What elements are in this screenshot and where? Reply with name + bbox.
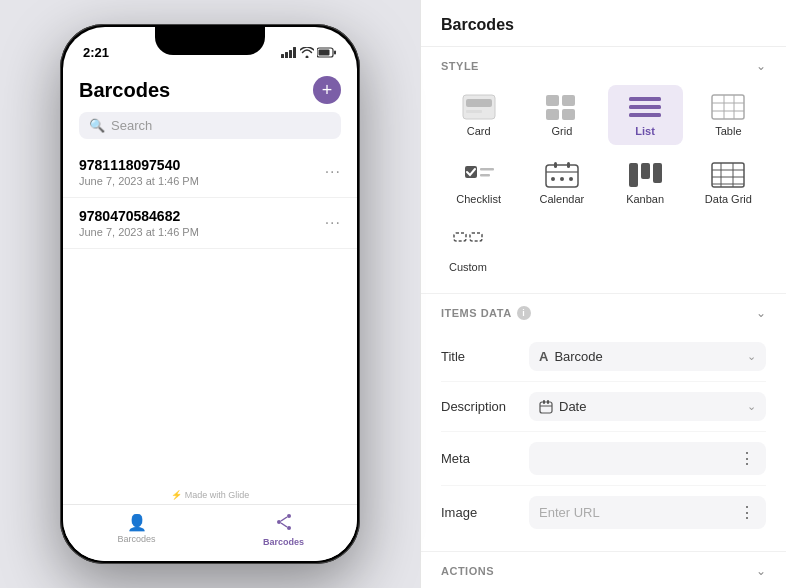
svg-rect-38 bbox=[641, 163, 650, 179]
actions-section: ACTIONS ⌄ bbox=[421, 552, 786, 588]
style-checklist[interactable]: Checklist bbox=[441, 153, 516, 213]
phone-inner: 2:21 bbox=[63, 27, 357, 561]
svg-rect-37 bbox=[629, 163, 638, 187]
style-kanban[interactable]: Kanban bbox=[608, 153, 683, 213]
calendar-icon bbox=[544, 161, 580, 189]
list-item[interactable]: 9781118097540 June 7, 2023 at 1:46 PM ··… bbox=[63, 147, 357, 198]
svg-rect-48 bbox=[540, 402, 552, 413]
add-button[interactable]: + bbox=[313, 76, 341, 104]
svg-line-11 bbox=[281, 523, 287, 527]
svg-rect-46 bbox=[454, 233, 466, 241]
svg-rect-47 bbox=[470, 233, 482, 241]
style-datagrid[interactable]: Data Grid bbox=[691, 153, 766, 213]
app-title: Barcodes bbox=[79, 79, 170, 102]
grid-icon bbox=[544, 93, 580, 121]
item-more-icon-1[interactable]: ··· bbox=[325, 163, 341, 181]
meta-value[interactable]: ⋮ bbox=[529, 442, 766, 475]
meta-dots-icon[interactable]: ⋮ bbox=[739, 449, 756, 468]
description-value-text: Date bbox=[559, 399, 586, 414]
made-with-glide: ⚡ Made with Glide bbox=[63, 486, 357, 504]
title-data-row: Title A Barcode ⌄ bbox=[441, 332, 766, 382]
svg-rect-22 bbox=[712, 95, 744, 119]
list-items: 9781118097540 June 7, 2023 at 1:46 PM ··… bbox=[63, 147, 357, 486]
title-value-text: Barcode bbox=[554, 349, 602, 364]
list-label: List bbox=[635, 125, 655, 137]
actions-chevron-icon[interactable]: ⌄ bbox=[756, 564, 766, 578]
phone-header: Barcodes + bbox=[63, 64, 357, 112]
tab-share-icon bbox=[275, 513, 293, 535]
style-list[interactable]: List bbox=[608, 85, 683, 145]
title-label: Title bbox=[441, 349, 521, 364]
tab-person-icon: 👤 bbox=[127, 513, 147, 532]
settings-panel: Barcodes STYLE ⌄ Card bbox=[420, 0, 786, 588]
svg-rect-28 bbox=[480, 168, 494, 171]
style-chevron-icon[interactable]: ⌄ bbox=[756, 59, 766, 73]
wifi-icon bbox=[300, 47, 314, 58]
svg-rect-50 bbox=[543, 400, 545, 404]
panel-header: Barcodes bbox=[421, 0, 786, 47]
list-icon bbox=[627, 93, 663, 121]
search-bar[interactable]: 🔍 Search bbox=[79, 112, 341, 139]
description-value-content: Date bbox=[539, 399, 586, 414]
meta-data-row: Meta ⋮ bbox=[441, 432, 766, 486]
items-data-section: ITEMS DATA i ⌄ Title A Barcode ⌄ Descrip… bbox=[421, 294, 786, 552]
panel-title: Barcodes bbox=[441, 16, 514, 33]
items-data-title-row: ITEMS DATA i bbox=[441, 306, 531, 320]
table-label: Table bbox=[715, 125, 741, 137]
title-value[interactable]: A Barcode ⌄ bbox=[529, 342, 766, 371]
phone-footer-tabs: 👤 Barcodes B bbox=[63, 504, 357, 561]
style-card[interactable]: Card bbox=[441, 85, 516, 145]
svg-rect-13 bbox=[466, 99, 492, 107]
tab-barcodes-1[interactable]: 👤 Barcodes bbox=[63, 513, 210, 547]
glide-logo-icon: ⚡ bbox=[171, 490, 182, 500]
card-icon bbox=[461, 93, 497, 121]
svg-rect-29 bbox=[480, 174, 490, 177]
image-value[interactable]: Enter URL ⋮ bbox=[529, 496, 766, 529]
svg-point-36 bbox=[569, 177, 573, 181]
svg-rect-30 bbox=[546, 165, 578, 187]
barcode-title-2: 9780470584682 bbox=[79, 208, 199, 224]
description-label: Description bbox=[441, 399, 521, 414]
list-item-content: 9780470584682 June 7, 2023 at 1:46 PM bbox=[79, 208, 199, 238]
svg-rect-20 bbox=[629, 105, 661, 109]
svg-point-8 bbox=[277, 520, 281, 524]
custom-icon bbox=[450, 229, 486, 257]
svg-rect-0 bbox=[281, 54, 284, 58]
grid-label: Grid bbox=[551, 125, 572, 137]
phone-time: 2:21 bbox=[83, 45, 109, 60]
style-custom[interactable]: Custom bbox=[445, 221, 491, 281]
svg-rect-51 bbox=[547, 400, 549, 404]
style-section: STYLE ⌄ Card bbox=[421, 47, 786, 294]
svg-line-10 bbox=[281, 517, 287, 521]
svg-point-9 bbox=[287, 526, 291, 530]
style-section-label: STYLE bbox=[441, 60, 479, 72]
item-more-icon-2[interactable]: ··· bbox=[325, 214, 341, 232]
style-calendar[interactable]: Calendar bbox=[524, 153, 599, 213]
items-data-info-icon[interactable]: i bbox=[517, 306, 531, 320]
signal-icons bbox=[281, 47, 337, 58]
style-table[interactable]: Table bbox=[691, 85, 766, 145]
actions-label: ACTIONS bbox=[441, 565, 494, 577]
description-value[interactable]: Date ⌄ bbox=[529, 392, 766, 421]
style-grid-item[interactable]: Grid bbox=[524, 85, 599, 145]
svg-rect-1 bbox=[285, 52, 288, 58]
svg-rect-15 bbox=[546, 95, 559, 106]
date-icon bbox=[539, 400, 553, 414]
style-section-header: STYLE ⌄ bbox=[441, 59, 766, 73]
image-dots-icon[interactable]: ⋮ bbox=[739, 503, 756, 522]
tab-barcodes-2[interactable]: Barcodes bbox=[210, 513, 357, 547]
phone-frame: 2:21 bbox=[60, 24, 360, 564]
title-dropdown-icon: ⌄ bbox=[747, 350, 756, 363]
items-data-chevron[interactable]: ⌄ bbox=[756, 306, 766, 320]
list-item[interactable]: 9780470584682 June 7, 2023 at 1:46 PM ··… bbox=[63, 198, 357, 249]
image-placeholder: Enter URL bbox=[539, 505, 600, 520]
datagrid-icon bbox=[710, 161, 746, 189]
svg-rect-14 bbox=[466, 110, 482, 113]
image-label: Image bbox=[441, 505, 521, 520]
barcode-title-1: 9781118097540 bbox=[79, 157, 199, 173]
svg-rect-21 bbox=[629, 113, 661, 117]
checklist-icon bbox=[461, 161, 497, 189]
datagrid-label: Data Grid bbox=[705, 193, 752, 205]
svg-rect-32 bbox=[554, 162, 557, 168]
svg-rect-18 bbox=[562, 109, 575, 120]
